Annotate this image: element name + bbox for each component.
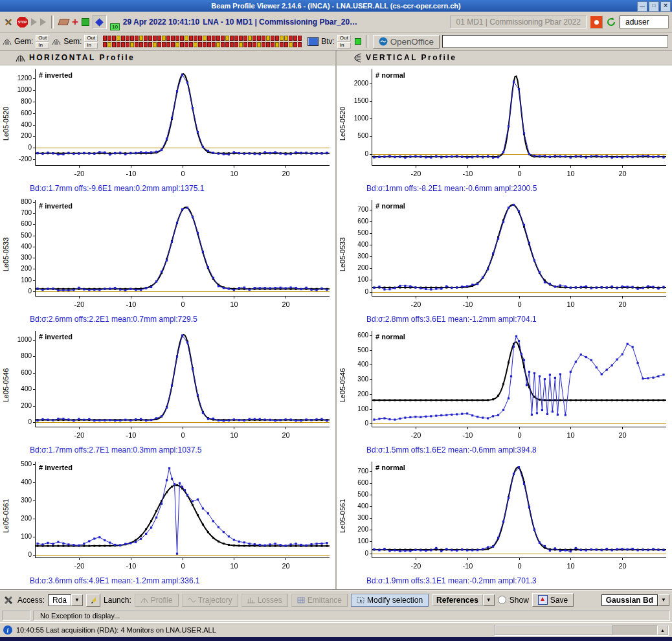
sem-cell — [203, 36, 207, 41]
btv-out[interactable]: Out — [337, 35, 351, 41]
launch-trajectory-button[interactable]: Trajectory — [182, 594, 238, 607]
fit-type-combo[interactable]: Gaussian Bd ▼ — [601, 594, 669, 606]
vertical-header: VERTICAL Profile — [337, 51, 672, 65]
launch-profile-button[interactable]: Profile — [135, 594, 179, 607]
btv-inout-toggle[interactable]: Out In — [337, 35, 351, 49]
gem-in[interactable]: In — [36, 42, 49, 49]
selection-icon — [357, 597, 364, 603]
monitor-label: Le05-0561 — [337, 458, 348, 574]
sem-cell — [293, 36, 297, 41]
eraser-icon[interactable] — [58, 19, 69, 25]
sem-cell — [153, 42, 157, 47]
sem-cell — [234, 42, 238, 47]
profile-chart-block: Le05-0520 Bd:σ:1mm offs:-8.2E1 mean:-0.6… — [337, 65, 672, 196]
vertical-column: VERTICAL Profile Le05-0520 Bd:σ:1mm offs… — [337, 51, 672, 589]
minimize-button[interactable]: — — [637, 1, 647, 12]
chevron-down-icon[interactable]: ▼ — [71, 594, 83, 606]
scroll-up-icon[interactable]: ▲ — [657, 625, 668, 635]
sem-cell — [194, 42, 197, 47]
sem-cell — [289, 36, 293, 41]
sem-cell — [225, 36, 229, 41]
profile-chart-block: Le05-0561 Bd:σ:1.9mm offs:3.1E1 mean:-0.… — [337, 458, 672, 589]
sem-cell — [284, 42, 288, 47]
acquisition-count-badge: 10 — [110, 23, 120, 30]
save-icon — [538, 595, 548, 605]
refresh-icon[interactable] — [606, 17, 616, 27]
add-icon[interactable]: + — [72, 17, 78, 27]
play-icon[interactable] — [31, 18, 37, 26]
btv-status-indicator — [355, 38, 361, 45]
sem-cell — [275, 42, 279, 47]
sem-cell — [280, 36, 284, 41]
sem-cell — [135, 36, 139, 41]
gem-out[interactable]: Out — [36, 35, 49, 41]
sem-cell — [112, 42, 116, 47]
acquisition-status-text: 10:40:55 Last acquisition (RDA): 4 Monit… — [16, 626, 490, 634]
sem-cell — [203, 42, 207, 47]
sem-cell — [252, 36, 256, 41]
exception-indicator[interactable] — [2, 611, 30, 621]
session-panel: 01 MD1 | Commissioning Pbar 2022 — [450, 16, 587, 28]
stop-icon[interactable]: STOP — [17, 17, 28, 28]
bottom-strip — [0, 637, 672, 641]
chevron-down-icon[interactable]: ▼ — [658, 594, 669, 606]
sem-status-grid — [103, 36, 302, 47]
sem-cell — [266, 36, 270, 41]
sem-cell — [257, 42, 261, 47]
sem-cell — [252, 42, 256, 47]
horizontal-title: HORIZONTAL Profile — [29, 53, 135, 62]
info-icon: i — [3, 625, 12, 635]
show-radio[interactable] — [498, 596, 506, 604]
horizontal-scrollbar[interactable]: ▲ — [494, 625, 669, 636]
sem-cell — [162, 36, 166, 41]
sem-cell — [243, 42, 247, 47]
sem-in[interactable]: In — [84, 42, 98, 49]
monitor-label: Le05-0546 — [337, 327, 348, 444]
losses-icon — [247, 597, 255, 603]
sem-inout-toggle[interactable]: Out In — [84, 35, 98, 49]
user-field[interactable]: aduser — [620, 16, 669, 28]
rbac-token-button[interactable] — [590, 16, 603, 28]
fit-caption: Bd:σ:2.6mm offs:2.2E1 mean:0.7mm ampl:72… — [0, 313, 335, 326]
main-toolbar: STOP + 10 29 Apr 2022 10:41:10 LNA - 10 … — [0, 12, 672, 33]
sem-cell — [216, 42, 220, 47]
acquisition-mode-button[interactable] — [93, 15, 107, 29]
sem-out[interactable]: Out — [84, 35, 98, 41]
btv-in[interactable]: In — [337, 42, 351, 49]
references-combo[interactable]: References ▼ — [432, 594, 495, 606]
status-green-icon[interactable] — [82, 18, 89, 26]
close-button[interactable]: ✕ — [660, 1, 671, 12]
play-forward-icon[interactable] — [40, 18, 46, 26]
sem-cell — [157, 36, 161, 41]
horizontal-profile-icon — [16, 54, 25, 62]
sem-cell — [216, 36, 220, 41]
monitor-label: Le05-0533 — [337, 196, 348, 313]
sem-cell — [225, 42, 229, 47]
crossed-tools-icon[interactable] — [3, 594, 14, 606]
sem-cell — [207, 36, 211, 41]
save-button[interactable]: Save — [532, 593, 574, 607]
show-label: Show — [510, 596, 529, 605]
sem-cell — [189, 36, 193, 41]
launch-emittance-button[interactable]: Emittance — [291, 594, 348, 607]
sem-cell — [126, 36, 129, 41]
edit-button[interactable] — [86, 594, 100, 607]
tools-icon[interactable] — [3, 17, 14, 27]
references-button[interactable]: References — [432, 594, 483, 606]
openoffice-button[interactable]: OpenOffice — [373, 35, 440, 49]
launch-losses-button[interactable]: Losses — [241, 594, 288, 607]
maximize-button[interactable]: □ — [649, 1, 659, 12]
sem-cell — [266, 42, 270, 47]
modify-selection-button[interactable]: Modify selection — [351, 594, 429, 607]
sem-cell — [212, 36, 216, 41]
gem-inout-toggle[interactable]: Out In — [36, 35, 49, 49]
fit-caption: Bd:σ:1mm offs:-8.2E1 mean:-0.6mm ampl:23… — [337, 182, 672, 195]
sem-cell — [230, 42, 234, 47]
access-label: Access: — [17, 596, 45, 605]
fit-caption: Bd:σ:1.7mm offs:-9.6E1 mean:0.2mm ampl:1… — [0, 182, 335, 195]
free-text-field[interactable] — [442, 35, 668, 48]
access-combo[interactable]: Rda ▼ — [48, 594, 83, 606]
scrollbar-thumb[interactable] — [495, 625, 612, 635]
charts-col-1: Le05-0520 Bd:σ:1mm offs:-8.2E1 mean:-0.6… — [337, 65, 672, 589]
chevron-down-icon[interactable]: ▼ — [483, 594, 495, 606]
